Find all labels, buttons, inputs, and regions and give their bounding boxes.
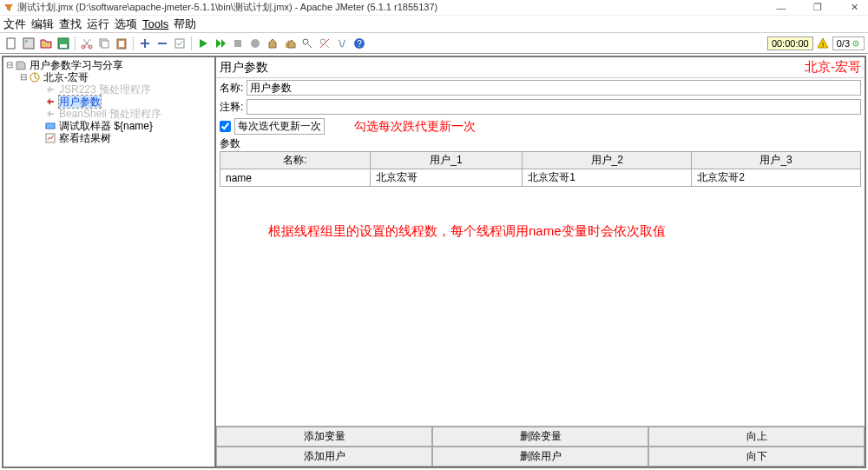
panel-header: 用户参数 北京-宏哥 — [216, 57, 865, 78]
template-icon[interactable] — [21, 36, 36, 51]
body-area: ⊟ 用户参数学习与分享 ⊟ 北京-宏哥 JSR223 预处理程序 用户参数 Be… — [2, 56, 866, 468]
up-button[interactable]: 向上 — [648, 427, 865, 447]
threadgroup-icon — [30, 72, 42, 83]
table-row[interactable]: name 北京宏哥 北京宏哥1 北京宏哥2 — [220, 169, 861, 187]
warning-icon[interactable]: ! — [817, 37, 829, 50]
new-icon[interactable] — [3, 36, 19, 51]
save-icon[interactable] — [56, 36, 71, 51]
elapsed-timer: 00:00:00 — [767, 36, 813, 50]
copy-icon[interactable] — [96, 36, 112, 51]
tree-resulttree[interactable]: 察看结果树 — [5, 132, 213, 144]
svg-rect-10 — [119, 41, 124, 47]
params-label: 参数 — [216, 136, 865, 151]
minimize-button[interactable]: — — [771, 2, 792, 14]
cell[interactable]: 北京宏哥 — [370, 169, 523, 187]
del-user-button[interactable]: 删除用户 — [432, 447, 648, 467]
stop-icon[interactable] — [230, 36, 246, 51]
thread-count: 0/3 — [832, 36, 865, 50]
cut-icon[interactable] — [79, 36, 95, 51]
menu-options[interactable]: 选项 — [115, 17, 137, 32]
svg-text:?: ? — [357, 39, 362, 49]
reset-search-icon[interactable] — [317, 36, 332, 51]
svg-point-16 — [251, 39, 260, 48]
window-controls: — ❐ ✕ — [771, 2, 865, 14]
th-user3[interactable]: 用户_3 — [692, 152, 861, 169]
tree-pane[interactable]: ⊟ 用户参数学习与分享 ⊟ 北京-宏哥 JSR223 预处理程序 用户参数 Be… — [3, 57, 216, 467]
tree-root[interactable]: ⊟ 用户参数学习与分享 — [5, 59, 213, 71]
expand-icon[interactable] — [137, 36, 153, 51]
iterate-row: 每次迭代更新一次 勾选每次跌代更新一次 — [216, 116, 865, 136]
th-user2[interactable]: 用户_2 — [523, 152, 692, 169]
clearall-icon[interactable] — [282, 36, 298, 51]
start-notimer-icon[interactable] — [213, 36, 228, 51]
collapse-icon[interactable]: ⊟ — [5, 59, 14, 71]
del-var-button[interactable]: 删除变量 — [432, 427, 648, 447]
iterate-label: 每次迭代更新一次 — [234, 118, 325, 135]
main-area: 根据线程组里的设置的线程数，每个线程调用name变量时会依次取值 — [216, 187, 865, 426]
paste-icon[interactable] — [114, 36, 129, 51]
annotation-1: 勾选每次跌代更新一次 — [354, 119, 476, 135]
preproc-icon — [45, 84, 57, 95]
tree-label[interactable]: JSR223 预处理程序 — [59, 83, 151, 96]
svg-rect-28 — [46, 123, 55, 129]
clear-icon[interactable] — [265, 36, 280, 51]
app-icon — [3, 3, 14, 13]
help-icon[interactable]: ? — [352, 36, 367, 51]
iterate-checkbox[interactable] — [220, 121, 231, 132]
svg-rect-8 — [102, 41, 108, 48]
menu-help[interactable]: 帮助 — [174, 17, 196, 32]
listener-icon — [45, 133, 57, 143]
cell[interactable]: 北京宏哥1 — [523, 169, 692, 187]
tree-label[interactable]: 用户参数学习与分享 — [30, 59, 123, 71]
add-var-button[interactable]: 添加变量 — [216, 427, 432, 447]
note-row: 注释: — [216, 97, 865, 116]
func-helper-icon[interactable] — [334, 36, 350, 51]
shutdown-icon[interactable] — [247, 36, 263, 51]
menu-tools[interactable]: Tools — [142, 17, 168, 30]
search-icon[interactable] — [299, 36, 315, 51]
testplan-icon — [16, 60, 28, 70]
add-user-button[interactable]: 添加用户 — [216, 447, 432, 467]
cell[interactable]: name — [220, 169, 371, 187]
th-name[interactable]: 名称: — [220, 152, 371, 169]
tree-label[interactable]: BeanShell 预处理程序 — [59, 108, 161, 120]
tree-sampler[interactable]: 调试取样器 ${name} — [5, 120, 213, 132]
tree-label[interactable]: 北京-宏哥 — [43, 71, 89, 83]
name-label: 名称: — [220, 81, 243, 96]
tree-label[interactable]: 用户参数 — [59, 96, 101, 108]
svg-rect-4 — [60, 44, 67, 48]
param-table[interactable]: 名称: 用户_1 用户_2 用户_3 name 北京宏哥 北京宏哥1 北京宏哥2 — [220, 151, 861, 187]
thread-count-value: 0/3 — [837, 38, 850, 49]
svg-line-18 — [308, 44, 312, 48]
svg-rect-14 — [175, 39, 184, 48]
menu-run[interactable]: 运行 — [87, 17, 109, 32]
tree-userparams[interactable]: 用户参数 — [5, 96, 213, 108]
right-pane: 用户参数 北京-宏哥 名称: 注释: 每次迭代更新一次 勾选每次跌代更新一次 参… — [216, 57, 865, 467]
annotation-2: 根据线程组里的设置的线程数，每个线程调用name变量时会依次取值 — [268, 223, 856, 240]
tree-threadgroup[interactable]: ⊟ 北京-宏哥 — [5, 71, 213, 83]
menu-search[interactable]: 查找 — [59, 17, 82, 32]
th-user1[interactable]: 用户_1 — [370, 152, 523, 169]
menu-file[interactable]: 文件 — [3, 17, 26, 32]
start-icon[interactable] — [195, 36, 211, 51]
tree-jsr223[interactable]: JSR223 预处理程序 — [5, 83, 213, 96]
tree-label[interactable]: 调试取样器 ${name} — [59, 120, 153, 132]
menu-bar: 文件 编辑 查找 运行 选项 Tools 帮助 — [0, 16, 868, 33]
cell[interactable]: 北京宏哥2 — [692, 169, 861, 187]
open-icon[interactable] — [38, 36, 54, 51]
collapse-icon[interactable]: ⊟ — [19, 71, 28, 83]
svg-text:!: ! — [822, 41, 824, 49]
menu-edit[interactable]: 编辑 — [31, 17, 54, 32]
tree-beanshell[interactable]: BeanShell 预处理程序 — [5, 108, 213, 120]
collapse-icon[interactable] — [155, 36, 170, 51]
note-input[interactable] — [247, 99, 861, 115]
name-input[interactable] — [247, 80, 861, 96]
tree-label[interactable]: 察看结果树 — [59, 132, 111, 144]
preproc-icon — [45, 96, 57, 107]
gear-icon — [852, 39, 860, 48]
maximize-button[interactable]: ❐ — [807, 2, 828, 14]
toolbar: ? 00:00:00 ! 0/3 — [0, 33, 868, 54]
close-button[interactable]: ✕ — [844, 2, 865, 14]
toggle-icon[interactable] — [172, 36, 187, 51]
down-button[interactable]: 向下 — [648, 447, 865, 467]
